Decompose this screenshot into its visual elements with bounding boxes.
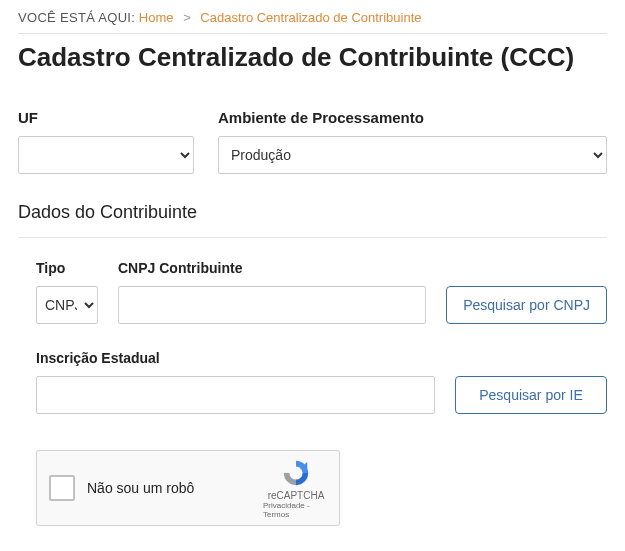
ambiente-field: Ambiente de Processamento Produção xyxy=(218,109,607,174)
search-ie-button[interactable]: Pesquisar por IE xyxy=(455,376,607,414)
section-heading: Dados do Contribuinte xyxy=(18,202,607,223)
uf-field: UF xyxy=(18,109,194,174)
ie-field: Inscrição Estadual xyxy=(36,350,435,414)
ambiente-label: Ambiente de Processamento xyxy=(218,109,607,126)
divider xyxy=(18,33,607,34)
breadcrumb-home-link[interactable]: Home xyxy=(139,10,174,25)
tipo-label: Tipo xyxy=(36,260,98,276)
breadcrumb-sep: > xyxy=(177,10,197,25)
breadcrumb-prefix: VOCÊ ESTÁ AQUI: xyxy=(18,10,135,25)
cnpj-row: Tipo CNPJ CNPJ Contribuinte Pesquisar po… xyxy=(36,260,607,324)
recaptcha-icon xyxy=(281,458,311,488)
recaptcha-checkbox[interactable] xyxy=(49,475,75,501)
ie-row: Inscrição Estadual Pesquisar por IE xyxy=(36,350,607,414)
cnpj-field: CNPJ Contribuinte xyxy=(118,260,426,324)
ie-input[interactable] xyxy=(36,376,435,414)
recaptcha-widget: Não sou um robô reCAPTCHA Privacidade - … xyxy=(36,450,340,526)
breadcrumb: VOCÊ ESTÁ AQUI: Home > Cadastro Centrali… xyxy=(18,0,607,33)
ambiente-select[interactable]: Produção xyxy=(218,136,607,174)
cnpj-label: CNPJ Contribuinte xyxy=(118,260,426,276)
recaptcha-label: Não sou um robô xyxy=(87,480,263,496)
breadcrumb-current-link[interactable]: Cadastro Centralizado de Contribuinte xyxy=(200,10,421,25)
top-fields-row: UF Ambiente de Processamento Produção xyxy=(18,109,607,174)
cnpj-input[interactable] xyxy=(118,286,426,324)
search-cnpj-button[interactable]: Pesquisar por CNPJ xyxy=(446,286,607,324)
page-title: Cadastro Centralizado de Contribuinte (C… xyxy=(18,42,607,73)
divider xyxy=(18,237,607,238)
recaptcha-terms-link[interactable]: Termos xyxy=(263,510,289,519)
uf-select[interactable] xyxy=(18,136,194,174)
tipo-field: Tipo CNPJ xyxy=(36,260,98,324)
recaptcha-branding: reCAPTCHA Privacidade - Termos xyxy=(263,458,329,519)
recaptcha-terms: Privacidade - Termos xyxy=(263,501,329,519)
ie-label: Inscrição Estadual xyxy=(36,350,435,366)
recaptcha-brand: reCAPTCHA xyxy=(268,490,325,501)
tipo-select[interactable]: CNPJ xyxy=(36,286,98,324)
recaptcha-privacy-link[interactable]: Privacidade xyxy=(263,501,305,510)
uf-label: UF xyxy=(18,109,194,126)
